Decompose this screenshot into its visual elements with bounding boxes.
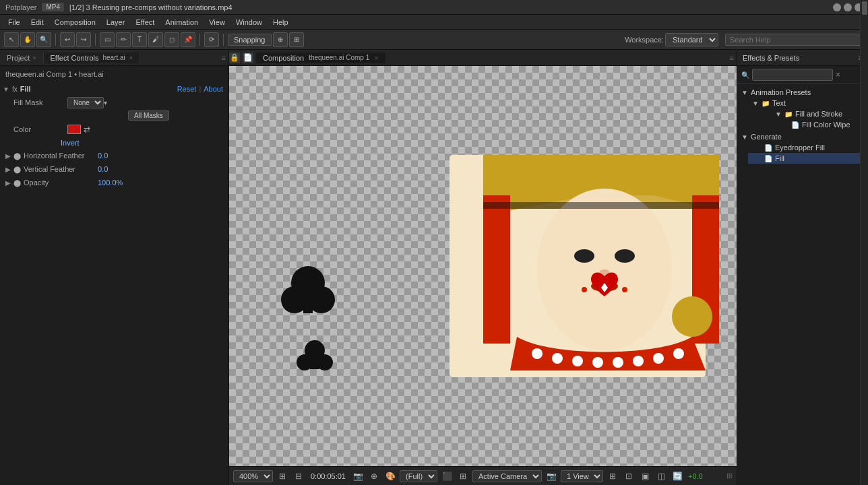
generate-header[interactable]: ▼ Generate <box>737 131 868 142</box>
text-group[interactable]: ▼ 📁 Text <box>748 98 868 108</box>
menu-edit[interactable]: Edit <box>26 17 49 28</box>
svg-rect-32 <box>310 356 319 369</box>
color-swatch[interactable] <box>67 125 81 134</box>
toolbar-separator-1 <box>55 34 56 46</box>
brush-tool[interactable]: 🖌 <box>148 32 163 47</box>
comp-file-icon[interactable]: 📄 <box>243 53 253 63</box>
invert-row: Invert <box>0 137 228 149</box>
view-icon-4[interactable]: ◫ <box>654 470 668 483</box>
fill-reset-btn[interactable]: Reset <box>177 85 197 93</box>
right-panel-title: Effects & Presets <box>743 54 799 62</box>
zoom-tool[interactable]: 🔍 <box>36 32 51 47</box>
fill-mask-dropdown-arrow[interactable]: ▾ <box>104 99 107 106</box>
fill-item-label: Fill <box>775 154 784 162</box>
view-select[interactable]: 1 View <box>561 470 603 482</box>
effect-controls-target: heart.ai <box>102 54 125 61</box>
color-label: Color <box>13 125 67 133</box>
snap-opt-icon[interactable]: ⊞ <box>289 32 304 47</box>
effect-controls-panel: thequeen.ai Comp 1 • heart.ai ▼ fx Fill … <box>0 66 228 485</box>
ruler-icon[interactable]: ⊟ <box>292 470 305 483</box>
fit-icon[interactable]: ⊞ <box>276 470 289 483</box>
pen-tool[interactable]: ✏ <box>116 32 131 47</box>
tab-project[interactable]: Project × <box>0 53 44 63</box>
comp-lock-icon[interactable]: 🔒 <box>229 53 240 63</box>
comp-tab-main[interactable]: Composition thequeen.ai Comp 1 × <box>256 53 385 63</box>
view-icon-2[interactable]: ⊡ <box>622 470 636 483</box>
fill-mask-select[interactable]: None <box>67 97 104 108</box>
v-feather-expand[interactable]: ▶ <box>5 166 11 173</box>
camera-icon[interactable]: 📷 <box>351 470 365 483</box>
camera-view-icon[interactable]: 📷 <box>545 470 558 483</box>
undo-tool[interactable]: ↩ <box>60 32 75 47</box>
fill-color-wipe-icon: 📄 <box>791 121 799 129</box>
composition-viewer[interactable] <box>229 66 737 466</box>
svg-point-9 <box>574 249 594 263</box>
color-arrow[interactable]: ⇄ <box>84 125 90 134</box>
menu-file[interactable]: File <box>3 17 26 28</box>
h-feather-value[interactable]: 0.0 <box>98 152 108 160</box>
hand-tool[interactable]: ✋ <box>20 32 35 47</box>
snap-icon[interactable]: ⊕ <box>273 32 288 47</box>
menu-layer[interactable]: Layer <box>101 17 131 28</box>
eyedropper-fill-item[interactable]: 📄 Eyedropper Fill <box>748 142 868 153</box>
fill-expand-arrow[interactable]: ▼ <box>3 86 9 93</box>
workspace-select[interactable]: Standard <box>665 33 718 46</box>
snapping-button[interactable]: Snapping <box>228 34 272 46</box>
presets-search-input[interactable] <box>752 69 833 81</box>
tab-effect-controls-close[interactable]: × <box>129 55 133 61</box>
rectangle-tool[interactable]: ▭ <box>100 32 115 47</box>
all-masks-button[interactable]: All Masks <box>128 110 169 121</box>
pin-tool[interactable]: 📌 <box>181 32 195 47</box>
fill-item[interactable]: 📄 Fill <box>748 153 868 164</box>
grid-icon[interactable]: ⊞ <box>456 470 470 483</box>
redo-tool[interactable]: ↪ <box>76 32 91 47</box>
presets-search-icon: 🔍 <box>741 71 749 79</box>
menu-composition[interactable]: Composition <box>49 17 101 28</box>
active-camera-select[interactable]: Active Camera <box>472 470 542 482</box>
opacity-value[interactable]: 100.0% <box>98 179 123 187</box>
search-help-input[interactable] <box>725 34 864 46</box>
svg-point-14 <box>532 348 542 359</box>
comp-panel-menu[interactable]: ≡ <box>730 54 737 62</box>
comp-toolbar: 400% ⊞ ⊟ 0:00:05:01 📷 ⊕ 🎨 (Full) ⬛ ⊞ Act… <box>229 466 737 485</box>
minimize-button[interactable] <box>833 3 841 11</box>
v-feather-value[interactable]: 0.0 <box>98 165 108 173</box>
menu-effect[interactable]: Effect <box>130 17 160 28</box>
view-icon-1[interactable]: ⊞ <box>606 470 619 483</box>
text-tool[interactable]: T <box>132 32 147 47</box>
menu-animation[interactable]: Animation <box>160 17 204 28</box>
render-icon[interactable]: 🔄 <box>671 470 684 483</box>
rotate-tool[interactable]: ⟳ <box>204 32 219 47</box>
animation-presets-arrow: ▼ <box>741 89 748 96</box>
fill-and-stroke-group[interactable]: ▼ 📁 Fill and Stroke <box>759 108 868 119</box>
quality-select[interactable]: (Full) <box>400 470 437 482</box>
menu-help[interactable]: Help <box>268 17 294 28</box>
comp-tabs: 🔒 📄 Composition thequeen.ai Comp 1 × ≡ <box>229 50 737 66</box>
presets-search-box: 🔍 × <box>737 66 868 84</box>
view-icon-3[interactable]: ▣ <box>638 470 652 483</box>
h-feather-expand[interactable]: ▶ <box>5 152 11 160</box>
presets-search-close[interactable]: × <box>836 70 840 79</box>
maximize-button[interactable] <box>844 3 852 11</box>
select-tool[interactable]: ↖ <box>4 32 19 47</box>
viewer-expand-icon[interactable]: ⊞ <box>726 472 733 480</box>
tab-effect-controls[interactable]: Effect Controls heart.ai × <box>44 53 141 63</box>
zoom-select[interactable]: 400% <box>233 470 273 482</box>
menu-view[interactable]: View <box>204 17 230 28</box>
title-bar: Potplayer MP4 [1/2] 3 Reusing pre-comps … <box>0 0 868 15</box>
menu-window[interactable]: Window <box>230 17 268 28</box>
invert-label[interactable]: Invert <box>61 139 80 147</box>
transparency-icon[interactable]: ⬛ <box>440 470 454 483</box>
stamp-tool[interactable]: ◻ <box>164 32 179 47</box>
left-panel: Project × Effect Controls heart.ai × ≡ t… <box>0 50 229 485</box>
comp-tab-close[interactable]: × <box>374 54 378 62</box>
fill-about-btn[interactable]: About <box>204 85 223 93</box>
snap-comp-icon[interactable]: ⊕ <box>367 470 381 483</box>
sep: | <box>199 85 201 93</box>
panel-tab-menu[interactable]: ≡ <box>222 54 228 62</box>
color-channel-icon[interactable]: 🎨 <box>383 470 397 483</box>
animation-presets-header[interactable]: ▼ Animation Presets <box>737 87 868 98</box>
fill-color-wipe-item[interactable]: 📄 Fill Color Wipe <box>759 119 868 130</box>
tab-project-close[interactable]: × <box>32 55 36 61</box>
opacity-expand[interactable]: ▶ <box>5 179 11 187</box>
